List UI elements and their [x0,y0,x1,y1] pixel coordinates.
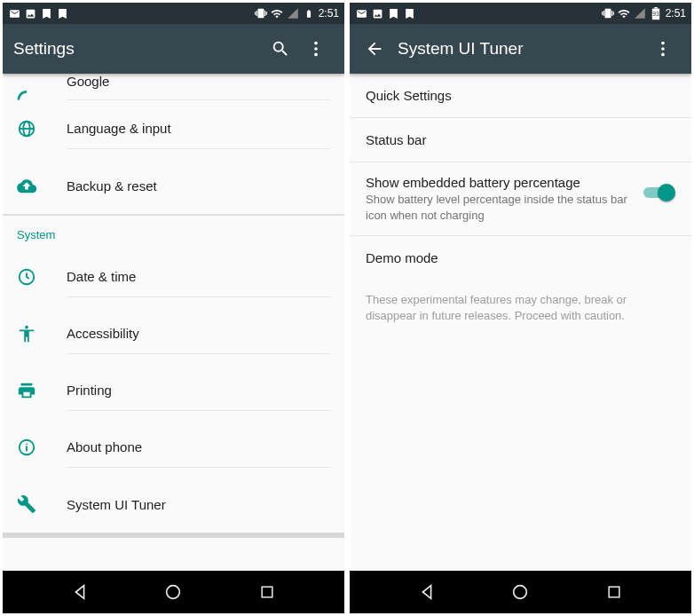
tuner-item-battery-pct[interactable]: Show embedded battery percentage Show ba… [350,162,691,236]
settings-list: Google Language & input Backup & reset S… [3,74,344,571]
wifi-icon [271,7,283,20]
experimental-warning: These experimental features may change, … [350,280,691,336]
list-item-label: Accessibility [67,313,330,354]
settings-item-datetime[interactable]: Date & time [3,249,344,305]
overflow-button[interactable] [645,31,681,67]
play-store-icon [387,7,399,20]
svg-rect-11 [654,7,657,9]
settings-item-google[interactable]: Google [3,74,344,100]
settings-item-printing[interactable]: Printing [3,362,344,419]
nav-recents-button[interactable] [255,580,280,604]
settings-item-uituner[interactable]: System UI Tuner [3,476,344,533]
nav-home-button[interactable] [508,580,532,604]
battery-pct-icon: 93 [650,7,662,20]
nav-back-button[interactable] [414,580,439,604]
gmail-icon [8,7,20,20]
navigation-bar [3,571,344,613]
list-item-label: About phone [67,427,330,468]
navigation-bar [350,571,691,613]
settings-item-about[interactable]: About phone [3,419,344,476]
overflow-button[interactable] [298,31,334,67]
app-bar: Settings [3,24,344,74]
tuner-item-quicksettings[interactable]: Quick Settings [350,74,691,118]
svg-point-8 [167,586,180,599]
google-icon [17,90,52,100]
status-time: 2:51 [666,7,686,20]
switch-subtitle: Show battery level percentage inside the… [366,192,633,223]
signal-icon [634,7,646,20]
svg-text:93: 93 [652,11,659,17]
page-title: Settings [13,39,263,59]
list-item-label: Date & time [67,257,330,297]
battery-icon [303,7,315,20]
list-item-label: Printing [67,370,330,411]
info-icon [17,438,52,457]
svg-point-0 [314,42,318,45]
switch-title: Show embedded battery percentage [366,175,633,190]
svg-rect-17 [609,587,619,597]
nav-recents-button[interactable] [602,580,627,604]
svg-point-6 [25,326,28,329]
page-title: System UI Tuner [398,39,645,59]
svg-rect-9 [262,587,272,597]
nav-back-button[interactable] [67,580,92,604]
play-store-icon2 [403,7,415,20]
app-bar: System UI Tuner [350,24,691,74]
accessibility-icon [17,324,52,344]
svg-point-14 [661,47,665,51]
status-time: 2:51 [319,7,339,20]
wifi-icon [618,7,630,20]
battery-pct-toggle[interactable] [643,184,675,201]
svg-point-1 [314,47,318,51]
clock-icon [17,267,52,287]
section-header-system: System [3,216,344,249]
list-item-label: Google [67,74,330,100]
scroll-hint [3,533,344,538]
tuner-list: Quick Settings Status bar Show embedded … [350,74,691,571]
cloud-upload-icon [17,176,52,195]
tuner-item-statusbar[interactable]: Status bar [350,118,691,162]
globe-icon [17,119,52,138]
gmail-icon [355,7,367,20]
search-button[interactable] [263,31,298,67]
svg-point-15 [661,53,665,57]
back-button[interactable] [357,31,392,67]
printer-icon [17,381,52,400]
photo-icon [371,7,383,20]
status-bar: 2:51 [3,3,344,24]
svg-point-13 [661,42,665,45]
play-store-icon [40,7,52,20]
list-item-label: System UI Tuner [67,485,330,525]
signal-icon [287,7,299,20]
settings-item-language[interactable]: Language & input [3,100,344,157]
nav-home-button[interactable] [161,580,185,604]
list-item-label: Backup & reset [67,166,330,206]
settings-item-accessibility[interactable]: Accessibility [3,305,344,362]
list-item-label: Language & input [67,108,330,149]
play-store-icon2 [56,7,68,20]
phone-screen-left: 2:51 Settings Google Language & input Ba… [3,3,344,613]
vibrate-icon [602,7,614,20]
tuner-item-demo[interactable]: Demo mode [350,236,691,280]
status-bar: 93 2:51 [350,3,691,24]
svg-point-2 [314,53,318,57]
settings-item-backup[interactable]: Backup & reset [3,157,344,214]
photo-icon [24,7,36,20]
phone-screen-right: 93 2:51 System UI Tuner Quick Settings S… [350,3,691,613]
vibrate-icon [255,7,267,20]
wrench-icon [17,494,52,514]
svg-point-16 [514,586,527,599]
